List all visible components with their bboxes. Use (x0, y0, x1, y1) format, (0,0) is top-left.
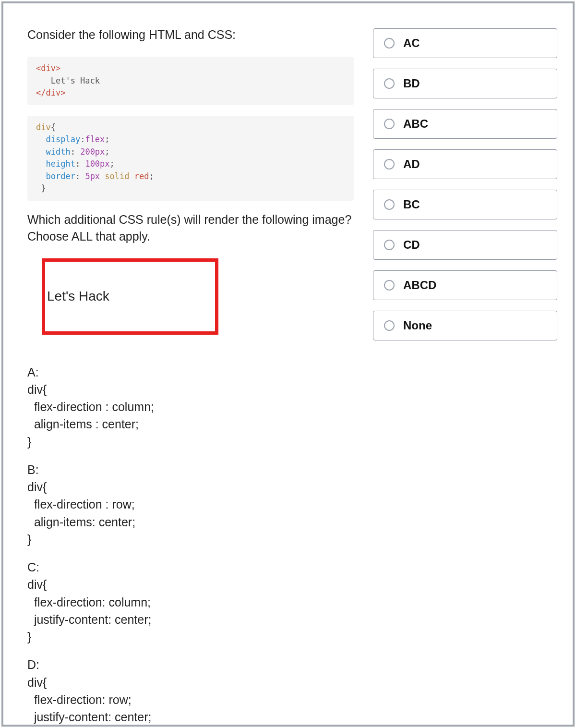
css-val-height: 100px (85, 159, 109, 169)
question-followup: Which additional CSS rule(s) will render… (27, 211, 354, 245)
choice-abc[interactable]: ABC (373, 109, 557, 139)
choice-label: None (403, 319, 432, 332)
radio-icon (384, 38, 395, 49)
question-column: Consider the following HTML and CSS: <di… (27, 26, 373, 705)
css-val-width: 200px (80, 147, 105, 157)
choice-label: BC (403, 198, 420, 211)
brace-open: { (51, 122, 56, 132)
radio-icon (384, 320, 395, 331)
option-d: D: div{ flex-direction: row; justify-con… (27, 656, 354, 728)
css-val-border-size: 5px (85, 171, 100, 181)
code-css-block: div{ display:flex; width: 200px; height:… (27, 116, 354, 201)
choice-label: AD (403, 158, 420, 171)
rendered-output-box: Let's Hack (42, 258, 218, 335)
choice-label: AC (403, 36, 420, 50)
choice-label: ABCD (403, 279, 436, 292)
option-c: C: div{ flex-direction: column; justify-… (27, 558, 354, 645)
choice-ac[interactable]: AC (373, 28, 557, 58)
choice-none[interactable]: None (373, 311, 557, 340)
html-close-tag: </div> (36, 88, 65, 97)
css-val-display: flex (85, 134, 105, 144)
choice-cd[interactable]: CD (373, 230, 557, 260)
css-selector: div (36, 122, 51, 132)
brace-close: } (36, 183, 46, 193)
choice-label: BD (403, 77, 420, 90)
option-b: B: div{ flex-direction : row; align-item… (27, 461, 354, 548)
radio-icon (384, 240, 395, 250)
css-prop-border: border (46, 171, 75, 181)
radio-icon (384, 159, 395, 170)
css-prop-height: height (46, 159, 75, 169)
option-a: A: div{ flex-direction : column; align-i… (27, 364, 354, 450)
choice-bd[interactable]: BD (373, 69, 557, 98)
css-prop-width: width (46, 147, 70, 157)
choice-bc[interactable]: BC (373, 190, 557, 219)
radio-icon (384, 199, 395, 210)
css-val-border-color: red (134, 171, 149, 181)
html-text: Let's Hack (36, 76, 100, 85)
radio-icon (384, 119, 395, 129)
radio-icon (384, 78, 395, 89)
code-html-block: <div> Let's Hack </div> (27, 57, 354, 105)
css-val-border-style: solid (105, 171, 129, 181)
question-intro: Consider the following HTML and CSS: (27, 26, 354, 43)
radio-icon (384, 280, 395, 291)
choice-label: ABC (403, 117, 428, 131)
choice-ad[interactable]: AD (373, 149, 557, 179)
quiz-frame: Consider the following HTML and CSS: <di… (1, 1, 575, 727)
choice-label: CD (403, 238, 420, 252)
answers-column: AC BD ABC AD BC CD ABCD None (373, 26, 557, 705)
choice-abcd[interactable]: ABCD (373, 270, 557, 300)
html-open-tag: <div> (36, 63, 60, 73)
css-prop-display: display (46, 134, 80, 144)
rendered-text: Let's Hack (47, 289, 109, 304)
